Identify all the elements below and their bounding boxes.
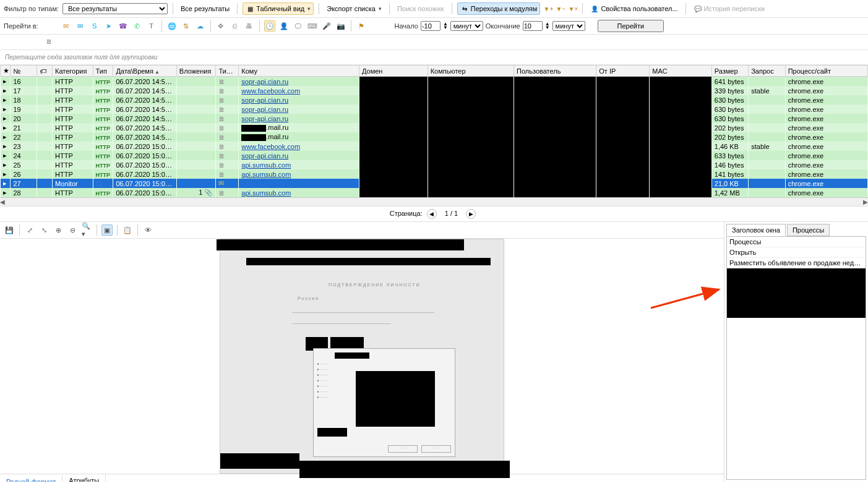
table-row[interactable]: ▸18HTTPHTTP06.07.2020 14:59:47🗎sopr-api.…: [1, 95, 868, 105]
end-spinner[interactable]: ▲▼: [545, 22, 550, 30]
ftp-icon[interactable]: ⇅: [181, 20, 192, 32]
user-icon[interactable]: 👤: [278, 20, 290, 32]
table-row[interactable]: ▸26HTTPHTTP06.07.2020 15:00:06🗎api.sumsu…: [1, 169, 868, 179]
preview-body[interactable]: ПОДТВЕРЖДЕНИЕ ЛИЧНОСТИ Россия ▸ ········…: [0, 239, 724, 474]
right-body: Процессы Открыть Разместить объявление о…: [726, 236, 866, 480]
th-domain[interactable]: Домен: [359, 66, 428, 77]
th-tag[interactable]: 🏷: [37, 66, 53, 77]
filter-select[interactable]: Все результаты: [62, 3, 168, 14]
th-size[interactable]: Размер: [711, 66, 748, 77]
camera-icon[interactable]: 📷: [335, 20, 346, 32]
zoom-fit-icon[interactable]: ⤢: [24, 224, 35, 236]
telegram-icon[interactable]: ➤: [103, 20, 114, 32]
table-view-button[interactable]: ▦ Табличный вид ▾: [243, 2, 314, 15]
th-type[interactable]: Тип: [93, 66, 113, 77]
end-input[interactable]: [523, 21, 543, 31]
th-attach[interactable]: Вложения: [176, 66, 216, 77]
export-list-button[interactable]: Экспорт списка ▾: [324, 4, 384, 14]
zoom-actual-icon[interactable]: ⤡: [38, 224, 49, 236]
end-label: Окончание: [486, 22, 520, 30]
table-row[interactable]: ▸20HTTPHTTP06.07.2020 14:59:48🗎sopr-api.…: [1, 114, 868, 123]
tab-attributes[interactable]: Атрибуты: [62, 474, 106, 482]
th-star[interactable]: ★: [1, 66, 11, 77]
th-category[interactable]: Категория: [53, 66, 93, 77]
th-to[interactable]: Кому: [239, 66, 359, 77]
go-button[interactable]: Перейти: [598, 20, 664, 32]
th-fromip[interactable]: От IP: [596, 66, 650, 77]
user-props-button[interactable]: 👤 Свойства пользовател...: [588, 3, 680, 14]
start-unit[interactable]: минут: [450, 21, 483, 31]
web-icon[interactable]: 🌐: [166, 20, 178, 32]
th-filetype[interactable]: Тип фа: [216, 66, 239, 77]
skype-icon[interactable]: S: [89, 20, 100, 32]
table-row[interactable]: ▸28HTTPHTTP06.07.2020 15:00:431 📎🗎api.su…: [1, 188, 868, 197]
table-row[interactable]: ▸25HTTPHTTP06.07.2020 15:00:05🗎api.sumsu…: [1, 160, 868, 169]
im-icon[interactable]: ✉: [75, 20, 86, 32]
end-unit[interactable]: минут: [552, 21, 585, 31]
monitor-icon[interactable]: 🖵: [293, 20, 304, 32]
right-line-processes[interactable]: Процессы: [727, 237, 866, 247]
zoom-in-icon[interactable]: ⊕: [53, 224, 64, 236]
th-request[interactable]: Запрос: [749, 66, 785, 77]
select-mode-icon[interactable]: ▣: [101, 224, 113, 236]
mic-icon[interactable]: 🎤: [321, 20, 332, 32]
viber-icon[interactable]: ☎: [118, 20, 129, 32]
teams-icon[interactable]: T: [146, 20, 157, 32]
th-mac[interactable]: MAC: [650, 66, 711, 77]
pager-value: 1 / 1: [445, 210, 458, 217]
start-input[interactable]: [421, 21, 440, 31]
th-datetime[interactable]: Дата\Время▲: [113, 66, 176, 77]
right-pane: Заголовок окна Процессы Процессы Открыть…: [724, 222, 868, 482]
tab-window-title[interactable]: Заголовок окна: [726, 224, 786, 236]
clock-icon[interactable]: 🕒: [264, 20, 275, 32]
devices-icon[interactable]: ⎙: [230, 20, 241, 32]
results-table: ★ № 🏷 Категория Тип Дата\Время▲ Вложения…: [0, 65, 868, 197]
eye-icon[interactable]: 👁: [142, 224, 153, 236]
table-row[interactable]: ▸16HTTPHTTP06.07.2020 14:59:46🗎sopr-api.…: [1, 77, 868, 87]
th-user[interactable]: Пользователь: [514, 66, 596, 77]
table-row[interactable]: ▸17HTTPHTTP06.07.2020 14:59:46🗎www.faceb…: [1, 86, 868, 95]
zoom-dropdown-icon[interactable]: 🔍▾: [81, 224, 92, 236]
tab-native-format[interactable]: Родной формат: [0, 474, 62, 482]
table-row[interactable]: ▸24HTTPHTTP06.07.2020 15:00:03🗎sopr-api.…: [1, 151, 868, 160]
h-scrollbar[interactable]: ◀▶: [0, 197, 868, 206]
table-row[interactable]: ▸22HTTPHTTP06.07.2020 14:59:57🗎.mail.ru2…: [1, 132, 868, 142]
annotation-arrow: [650, 286, 724, 310]
right-line-post-ad[interactable]: Разместить объявление о продаже недвижим…: [727, 258, 866, 268]
keyboard-icon[interactable]: ⌨: [307, 20, 318, 32]
table-row[interactable]: ▸27Monitor🖵06.07.2020 15:00:25✉21,0 KBch…: [1, 179, 868, 188]
zoom-out-icon[interactable]: ⊖: [67, 224, 78, 236]
chevron-down-icon[interactable]: ▾: [307, 6, 311, 12]
whatsapp-icon[interactable]: ✆: [132, 20, 143, 32]
start-spinner[interactable]: ▲▼: [443, 22, 448, 30]
filter-remove-icon[interactable]: ▼−: [556, 4, 565, 13]
files-icon[interactable]: ✥: [215, 20, 226, 32]
copy-icon[interactable]: 📋: [122, 224, 133, 236]
cloud-icon[interactable]: ☁: [195, 20, 206, 32]
table-row[interactable]: ▸21HTTPHTTP06.07.2020 14:59:57🗎.mail.ru2…: [1, 123, 868, 132]
th-process[interactable]: Процесс/сайт: [785, 66, 867, 77]
filter-add-icon[interactable]: ▼+: [544, 4, 552, 13]
right-line-open[interactable]: Открыть: [727, 247, 866, 258]
th-num[interactable]: №: [11, 66, 37, 77]
print-icon[interactable]: 🖶: [244, 20, 255, 32]
table-wrap: ★ № 🏷 Категория Тип Дата\Время▲ Вложения…: [0, 65, 868, 206]
all-results-button[interactable]: Все результаты: [178, 4, 232, 14]
tab-processes[interactable]: Процессы: [787, 224, 830, 236]
chevron-down-icon[interactable]: ▾: [379, 6, 382, 12]
flag-icon[interactable]: ⚑: [356, 20, 367, 32]
table-row[interactable]: ▸23HTTPHTTP06.07.2020 15:00:02🗎www.faceb…: [1, 142, 868, 151]
th-computer[interactable]: Компьютер: [428, 66, 513, 77]
module-icon: ⇆: [460, 4, 469, 13]
mail-icon[interactable]: ✉: [61, 20, 72, 32]
ocr-icon[interactable]: 🗎: [43, 36, 54, 47]
table-header: ★ № 🏷 Категория Тип Дата\Время▲ Вложения…: [1, 66, 868, 77]
pager-prev[interactable]: ◀: [427, 209, 437, 219]
save-icon[interactable]: 💾: [4, 224, 15, 236]
module-nav-button[interactable]: ⇆ Переходы к модулям: [457, 2, 541, 15]
right-tabs: Заголовок окна Процессы: [724, 222, 868, 236]
table-row[interactable]: ▸19HTTPHTTP06.07.2020 14:59:47🗎sopr-api.…: [1, 105, 868, 114]
preview-toolbar: 💾 ⤢ ⤡ ⊕ ⊖ 🔍▾ ▣ 📋 👁: [0, 222, 724, 239]
pager-next[interactable]: ▶: [466, 209, 476, 219]
filter-clear-icon[interactable]: ▼×: [569, 4, 577, 13]
